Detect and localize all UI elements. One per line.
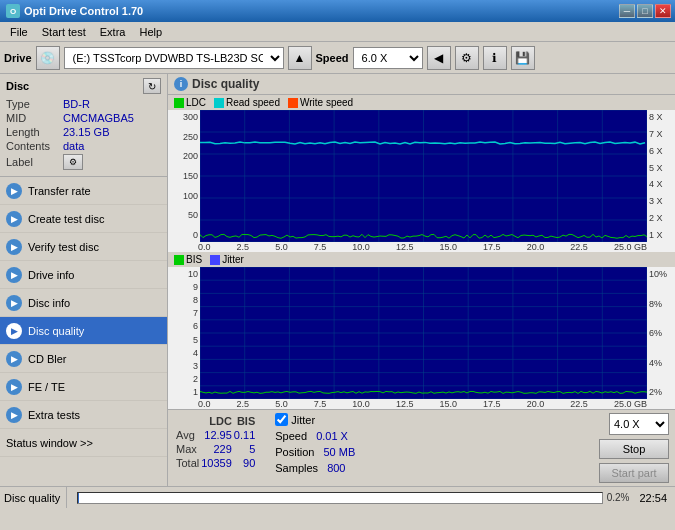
app-icon: O (6, 4, 20, 18)
legend-writespeed-color (288, 98, 298, 108)
eject-btn[interactable]: ▲ (288, 46, 312, 70)
stats-total-bis: 90 (234, 457, 255, 469)
chart-title: Disc quality (192, 77, 259, 91)
disc-contents-value: data (63, 140, 84, 152)
nav-create-test-disc[interactable]: ▶ Create test disc (0, 205, 167, 233)
start-part-button[interactable]: Start part (599, 463, 669, 483)
menu-file[interactable]: File (4, 25, 34, 39)
toolbar: Drive 💿 (E:) TSSTcorp DVDWBD TS-LB23D SC… (0, 42, 675, 74)
disc-mid-value: CMCMAGBA5 (63, 112, 134, 124)
minimize-btn[interactable]: ─ (619, 4, 635, 18)
stats-speed-row: Speed 0.01 X (275, 430, 355, 442)
save-btn[interactable]: 💾 (511, 46, 535, 70)
disc-contents-label: Contents (6, 140, 61, 152)
stats-position-value: 50 MB (323, 446, 355, 458)
disc-mid-label: MID (6, 112, 61, 124)
maximize-btn[interactable]: □ (637, 4, 653, 18)
nav-fe-te-label: FE / TE (28, 381, 65, 393)
legend-ldc: LDC (174, 97, 206, 108)
nav-verify-test-disc-label: Verify test disc (28, 241, 99, 253)
chart-legend2: BIS Jitter (168, 252, 675, 267)
stats-col-empty (176, 415, 199, 427)
disc-info-icon: ▶ (6, 295, 22, 311)
nav-fe-te[interactable]: ▶ FE / TE (0, 373, 167, 401)
disc-type-label: Type (6, 98, 61, 110)
nav-transfer-rate[interactable]: ▶ Transfer rate (0, 177, 167, 205)
status-progress-bar (77, 492, 602, 504)
speed-select[interactable]: 6.0 X (353, 47, 423, 69)
stats-col-bis: BIS (234, 415, 255, 427)
cd-bler-icon: ▶ (6, 351, 22, 367)
status-window-label: Status window >> (6, 437, 93, 449)
nav-cd-bler[interactable]: ▶ CD Bler (0, 345, 167, 373)
stats-max-ldc: 229 (201, 443, 232, 455)
stats-col-ldc: LDC (201, 415, 232, 427)
speed-dropdown[interactable]: 4.0 X (609, 413, 669, 435)
stats-samples-value: 800 (327, 462, 345, 474)
status-window-btn[interactable]: Status window >> (0, 429, 167, 457)
nav-disc-info[interactable]: ▶ Disc info (0, 289, 167, 317)
titlebar-title: Opti Drive Control 1.70 (24, 5, 143, 17)
menu-help[interactable]: Help (133, 25, 168, 39)
arrow-left-btn[interactable]: ◀ (427, 46, 451, 70)
stats-table: LDC BIS Avg 12.95 0.11 Max 229 5 Total (174, 413, 257, 471)
legend-readspeed: Read speed (214, 97, 280, 108)
legend-writespeed: Write speed (288, 97, 353, 108)
chart-legend1: LDC Read speed Write speed (168, 95, 675, 110)
nav-disc-quality[interactable]: ▶ Disc quality (0, 317, 167, 345)
stats-max-bis: 5 (234, 443, 255, 455)
disc-quality-icon: ▶ (6, 323, 22, 339)
nav-verify-test-disc[interactable]: ▶ Verify test disc (0, 233, 167, 261)
legend-ldc-label: LDC (186, 97, 206, 108)
titlebar: O Opti Drive Control 1.70 ─ □ ✕ (0, 0, 675, 22)
settings-btn[interactable]: ⚙ (455, 46, 479, 70)
stats-controls: 4.0 X Stop Start part (599, 413, 669, 483)
nav-drive-info[interactable]: ▶ Drive info (0, 261, 167, 289)
drive-select[interactable]: (E:) TSSTcorp DVDWBD TS-LB23D SC02 (64, 47, 284, 69)
extra-tests-icon: ▶ (6, 407, 22, 423)
legend-jitter: Jitter (210, 254, 244, 265)
stats-position-label: Position (275, 446, 314, 458)
status-progress-fill (78, 493, 79, 503)
disc-refresh-btn[interactable]: ↻ (143, 78, 161, 94)
titlebar-left: O Opti Drive Control 1.70 (6, 4, 143, 18)
disc-title: Disc (6, 80, 29, 92)
statusbar-label: Disc quality (4, 492, 60, 504)
fe-te-icon: ▶ (6, 379, 22, 395)
chart-title-icon: i (174, 77, 188, 91)
top-chart-x-axis: 0.0 2.5 5.0 7.5 10.0 12.5 15.0 17.5 20.0… (168, 242, 675, 252)
bottom-chart-canvas (200, 267, 647, 399)
create-test-disc-icon: ▶ (6, 211, 22, 227)
legend-bis: BIS (174, 254, 202, 265)
menubar: File Start test Extra Help (0, 22, 675, 42)
nav-create-test-disc-label: Create test disc (28, 213, 104, 225)
disc-label-btn[interactable]: ⚙ (63, 154, 83, 170)
disc-length-label: Length (6, 126, 61, 138)
drive-info-icon: ▶ (6, 267, 22, 283)
stats-total-ldc: 10359 (201, 457, 232, 469)
legend-jitter-label: Jitter (222, 254, 244, 265)
bottom-chart-wrapper: 10 9 8 7 6 5 4 3 2 1 10% 8% 6% 4% 2% (168, 267, 675, 399)
nav-extra-tests-label: Extra tests (28, 409, 80, 421)
nav-disc-info-label: Disc info (28, 297, 70, 309)
stats-avg-label: Avg (176, 429, 199, 441)
nav-disc-quality-label: Disc quality (28, 325, 84, 337)
jitter-checkbox[interactable] (275, 413, 288, 426)
stats-avg-bis: 0.11 (234, 429, 255, 441)
drive-icon: 💿 (36, 46, 60, 70)
drive-label: Drive (4, 52, 32, 64)
legend-readspeed-label: Read speed (226, 97, 280, 108)
menu-starttest[interactable]: Start test (36, 25, 92, 39)
stop-button[interactable]: Stop (599, 439, 669, 459)
menu-extra[interactable]: Extra (94, 25, 132, 39)
transfer-rate-icon: ▶ (6, 183, 22, 199)
close-btn[interactable]: ✕ (655, 4, 671, 18)
stats-max-label: Max (176, 443, 199, 455)
bottom-chart-x-axis: 0.0 2.5 5.0 7.5 10.0 12.5 15.0 17.5 20.0… (168, 399, 675, 409)
legend-ldc-color (174, 98, 184, 108)
stats-speed-value: 0.01 X (316, 430, 348, 442)
nav-drive-info-label: Drive info (28, 269, 74, 281)
stats-jitter-speed: Jitter Speed 0.01 X Position 50 MB Sampl… (275, 413, 355, 474)
nav-extra-tests[interactable]: ▶ Extra tests (0, 401, 167, 429)
info-btn[interactable]: ℹ (483, 46, 507, 70)
